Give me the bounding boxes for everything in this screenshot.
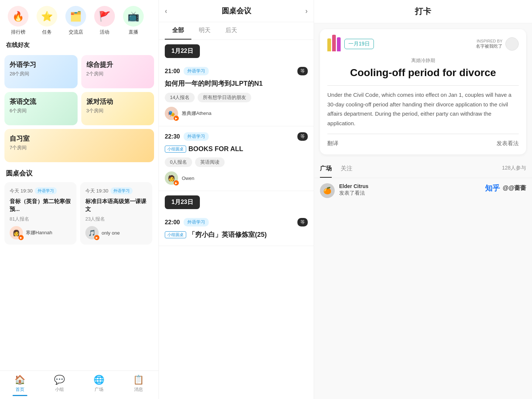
nav-indicator-home <box>13 395 27 396</box>
event-host-1: 🧑 ▶ Owen <box>165 171 308 185</box>
article-subtitle: 离婚冷静期 <box>327 57 519 64</box>
category-card-party[interactable]: 派对活动 3个房间 <box>81 92 154 125</box>
event-tags-row-1: 0人报名 英语阅读 <box>165 157 308 167</box>
date-badge: 一月19日 <box>344 39 374 49</box>
username-0: 寒娜Hannah <box>26 229 52 236</box>
event-title-1: BOOKS FOR ALL <box>188 144 243 154</box>
meeting-card-count-1: 23人报名 <box>85 216 147 222</box>
meeting-card-count-0: 81人报名 <box>10 216 71 222</box>
zhihu-handle: @@蔷蔷 <box>503 184 526 192</box>
etc-badge-2: 等 <box>297 218 308 226</box>
event-category-2: 外语学习 <box>184 218 209 226</box>
category-rooms-study: 7个房间 <box>10 144 149 151</box>
bar-red <box>332 35 336 51</box>
tab-tomorrow[interactable]: 明天 <box>191 22 218 40</box>
nav-label-home: 首页 <box>16 386 24 393</box>
tab-day-after[interactable]: 后天 <box>218 22 245 40</box>
activity-icon: 🚩 <box>94 6 115 27</box>
sidebar-item-task[interactable]: ⭐ 任务 <box>33 6 61 35</box>
activity-label: 活动 <box>100 29 109 35</box>
meeting-card-tag-row-0: 今天 19:30 外语学习 <box>10 187 71 194</box>
etc-badge-0: 等 <box>297 67 308 75</box>
event-time-0: 21:00 <box>165 68 180 75</box>
meeting-card-1[interactable]: 今天 19:30 外语学习 标准日本语高级第一课课文 23人报名 🎵 ▶ onl… <box>80 182 152 245</box>
article-author-avatar <box>505 37 519 51</box>
top-icons-row: 🔥 排行榜 ⭐ 任务 🗂️ 交流店 🚩 活动 📺 直播 <box>0 0 158 38</box>
middle-tabs-row: 全部 明天 后天 <box>159 22 314 40</box>
category-rooms-foreign: 28个房间 <box>10 71 72 77</box>
participants-count: 128人参与 <box>502 160 526 178</box>
event-time-row-2: 22:00 外语学习 等 <box>165 218 308 226</box>
host-avatar-0: 🎭 ▶ <box>165 107 178 120</box>
event-block-0[interactable]: 21:00 外语学习 等 如何用一年的时间考到JLPT的N1 14人报名 所有想… <box>159 61 314 126</box>
message-icon: 📋 <box>133 375 144 385</box>
category-card-comprehensive[interactable]: 综合提升 2个房间 <box>81 55 154 88</box>
nav-item-home[interactable]: 🏠 首页 <box>0 375 40 398</box>
sidebar-item-ranking[interactable]: 🔥 排行榜 <box>4 6 32 35</box>
group-icon: 💬 <box>54 375 65 385</box>
username-1: only one <box>102 230 120 236</box>
chevron-right-icon[interactable]: › <box>305 7 308 15</box>
sidebar-item-live[interactable]: 📺 直播 <box>120 6 147 35</box>
meeting-card-user-0: 👩 ▶ 寒娜Hannah <box>10 226 71 239</box>
avatar-badge-0: ▶ <box>18 235 24 240</box>
middle-panel-title: 圆桌会议 <box>222 6 251 16</box>
meeting-tag-1: 外语学习 <box>110 187 133 194</box>
task-label: 任务 <box>42 29 52 35</box>
meeting-card-tag-row-1: 今天 19:30 外语学习 <box>85 187 147 194</box>
nav-item-group[interactable]: 💬 小组 <box>40 375 79 398</box>
meeting-time-0: 今天 19:30 <box>10 188 33 194</box>
tab-plaza[interactable]: 广场 <box>320 160 332 178</box>
category-title-study: 自习室 <box>10 134 149 143</box>
action-comment[interactable]: 发表看法 <box>497 140 519 147</box>
bar-yellow <box>327 38 331 51</box>
tab-follow[interactable]: 关注 <box>341 160 352 178</box>
nav-item-message[interactable]: 📋 消息 <box>119 375 158 398</box>
event-time-row-1: 22:30 外语学习 等 <box>165 132 308 141</box>
meeting-card-title-1: 标准日本语高级第一课课文 <box>85 197 147 213</box>
meeting-card-0[interactable]: 今天 19:30 外语学习 音标（英音）第二轮寒假预... 81人报名 👩 ▶ … <box>4 182 76 245</box>
inspired-name: 名字被我吃了 <box>476 43 502 50</box>
event-category-1: 外语学习 <box>184 132 209 141</box>
action-translate[interactable]: 翻译 <box>327 140 338 147</box>
roundtable-section-title: 圆桌会议 <box>0 165 158 180</box>
right-panel: 打卡 一月19日 INSPIRED BY 名字被我吃了 离婚冷静期 Coolin… <box>314 0 532 399</box>
event-tag-1-1: 英语阅读 <box>195 157 225 167</box>
category-card-tea[interactable]: 茶语交流 6个房间 <box>4 92 78 125</box>
nav-label-plaza: 广场 <box>95 386 103 393</box>
event-block-2[interactable]: 22:00 外语学习 等 小组圆桌 「穷小白」英语修炼室(25) <box>159 212 314 246</box>
article-card-header: 一月19日 INSPIRED BY 名字被我吃了 <box>327 37 519 51</box>
nav-label-message: 消息 <box>134 386 143 393</box>
live-icon: 📺 <box>123 6 144 27</box>
host-avatar-badge-0: ▶ <box>174 116 179 121</box>
category-rooms-party: 3个房间 <box>86 108 149 114</box>
meeting-card-user-1: 🎵 ▶ only one <box>85 226 147 239</box>
zhihu-username: @蔷蔷 <box>508 185 526 191</box>
article-actions: 翻译 发表看法 <box>327 139 519 147</box>
nav-item-plaza[interactable]: 🌐 广场 <box>79 375 119 398</box>
small-group-badge-2: 小组圆桌 <box>165 231 186 238</box>
chevron-left-icon[interactable]: ‹ <box>165 7 167 15</box>
zhihu-at: @ <box>503 185 509 191</box>
comment-row: 🍊 Elder Citrus 发表了看法 知乎 @@蔷蔷 <box>314 178 532 203</box>
right-panel-title: 打卡 <box>314 0 532 23</box>
avatar-badge-1: ▶ <box>94 235 99 240</box>
event-tag-1-0: 0人报名 <box>165 157 192 167</box>
category-card-study[interactable]: 自习室 7个房间 <box>4 129 154 162</box>
event-title-row-1: 小组圆桌 BOOKS FOR ALL <box>165 144 308 154</box>
meeting-card-title-0: 音标（英音）第二轮寒假预... <box>10 197 71 213</box>
sidebar-item-activity[interactable]: 🚩 活动 <box>91 6 118 35</box>
tab-all[interactable]: 全部 <box>165 22 191 40</box>
event-tag-0-0: 14人报名 <box>165 93 195 102</box>
event-time-1: 22:30 <box>165 133 180 140</box>
article-tabs-row: 广场 关注 128人参与 <box>314 160 532 178</box>
online-friends-label: 在线好友 <box>0 38 158 52</box>
exchange-icon: 🗂️ <box>65 6 86 27</box>
sidebar-item-exchange[interactable]: 🗂️ 交流店 <box>62 6 89 35</box>
event-title-2: 「穷小白」英语修炼室(25) <box>188 230 267 239</box>
left-panel: 🔥 排行榜 ⭐ 任务 🗂️ 交流店 🚩 活动 📺 直播 在线好友 外语学习 28… <box>0 0 159 399</box>
middle-content: 1月22日 21:00 外语学习 等 如何用一年的时间考到JLPT的N1 14人… <box>159 40 314 399</box>
category-card-foreign[interactable]: 外语学习 28个房间 <box>4 55 78 88</box>
category-rooms-tea: 6个房间 <box>10 108 72 114</box>
event-block-1[interactable]: 22:30 外语学习 等 小组圆桌 BOOKS FOR ALL 0人报名 英语阅… <box>159 126 314 191</box>
